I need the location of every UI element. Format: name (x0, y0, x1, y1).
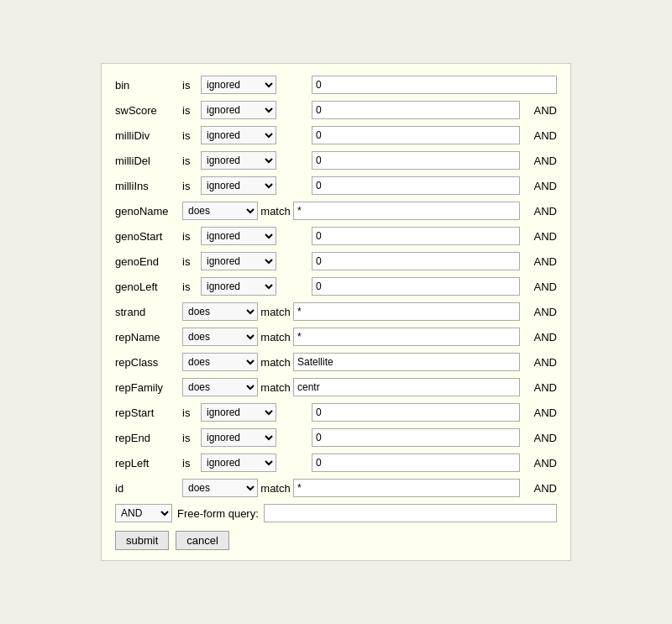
select-milliDel[interactable]: ignoredless thanless than or equalequal … (201, 151, 276, 170)
button-row: submit cancel (115, 531, 557, 550)
is-label-genoStart: is (182, 230, 201, 243)
input-genoStart[interactable] (312, 227, 520, 245)
and-label-repFamily: AND (527, 381, 557, 394)
freeform-logic-select[interactable]: AND OR (115, 504, 172, 522)
input-repEnd[interactable] (312, 428, 520, 447)
and-label-genoLeft: AND (527, 281, 557, 293)
cancel-button[interactable]: cancel (176, 531, 229, 550)
select-bin[interactable]: ignoredless thanless than or equalequal … (201, 76, 276, 94)
is-label-bin: is (182, 79, 201, 92)
and-label-repEnd: AND (527, 432, 557, 444)
input-genoLeft[interactable] (312, 277, 520, 296)
and-label-strand: AND (527, 306, 557, 318)
select-genoEnd[interactable]: ignoredless thanless than or equalequal … (201, 252, 276, 270)
row-strand: stranddoesdoes notmatchAND (115, 301, 557, 322)
field-label-repName: repName (115, 331, 182, 343)
row-genoEnd: genoEndisignoredless thanless than or eq… (115, 250, 557, 272)
field-label-repFamily: repFamily (115, 381, 182, 394)
select-strand[interactable]: doesdoes not (182, 302, 258, 321)
input-repStart[interactable] (312, 403, 520, 422)
select-genoName[interactable]: doesdoes not (182, 202, 258, 220)
and-label-repLeft: AND (527, 457, 557, 469)
freeform-row: AND OR Free-form query: (115, 504, 557, 522)
select-milliIns[interactable]: ignoredless thanless than or equalequal … (201, 176, 276, 195)
select-id[interactable]: doesdoes not (182, 479, 258, 497)
row-repEnd: repEndisignoredless thanless than or equ… (115, 427, 557, 448)
field-label-genoName: genoName (115, 205, 182, 218)
is-label-milliDiv: is (182, 129, 201, 142)
and-label-repName: AND (527, 331, 557, 343)
field-label-repEnd: repEnd (115, 432, 182, 444)
is-label-repEnd: is (182, 432, 201, 444)
and-label-id: AND (527, 482, 557, 495)
field-label-repClass: repClass (115, 356, 182, 369)
row-repClass: repClassdoesdoes notmatchAND (115, 351, 557, 373)
and-label-genoName: AND (527, 205, 557, 218)
input-milliDel[interactable] (312, 151, 520, 170)
and-label-milliDel: AND (527, 155, 557, 167)
field-label-strand: strand (115, 306, 182, 318)
is-label-milliDel: is (182, 155, 201, 167)
input-swScore[interactable] (312, 101, 520, 119)
input-genoName[interactable] (293, 202, 520, 220)
select-swScore[interactable]: ignoredless thanless than or equalequal … (201, 101, 276, 119)
row-genoStart: genoStartisignoredless thanless than or … (115, 225, 557, 247)
filter-form: binisignoredless thanless than or equale… (101, 63, 571, 561)
row-bin: binisignoredless thanless than or equale… (115, 74, 557, 96)
row-id: iddoesdoes notmatchAND (115, 477, 557, 499)
field-label-genoStart: genoStart (115, 230, 182, 243)
row-genoName: genoNamedoesdoes notmatchAND (115, 200, 557, 222)
match-label-id: match (258, 482, 293, 495)
select-repLeft[interactable]: ignoredless thanless than or equalequal … (201, 454, 276, 472)
row-swScore: swScoreisignoredless thanless than or eq… (115, 99, 557, 121)
row-repLeft: repLeftisignoredless thanless than or eq… (115, 452, 557, 474)
row-milliDel: milliDelisignoredless thanless than or e… (115, 149, 557, 171)
field-label-id: id (115, 482, 182, 495)
and-label-milliDiv: AND (527, 129, 557, 142)
select-repClass[interactable]: doesdoes not (182, 353, 258, 371)
field-label-bin: bin (115, 79, 182, 92)
select-genoLeft[interactable]: ignoredless thanless than or equalequal … (201, 277, 276, 296)
input-milliIns[interactable] (312, 176, 520, 195)
input-repFamily[interactable] (293, 378, 520, 396)
freeform-label: Free-form query: (177, 507, 259, 520)
select-repName[interactable]: doesdoes not (182, 328, 258, 346)
input-milliDiv[interactable] (312, 126, 520, 144)
is-label-genoEnd: is (182, 255, 201, 268)
field-label-milliIns: milliIns (115, 180, 182, 192)
row-repFamily: repFamilydoesdoes notmatchAND (115, 376, 557, 398)
select-milliDiv[interactable]: ignoredless thanless than or equalequal … (201, 126, 276, 144)
and-label-repStart: AND (527, 406, 557, 419)
row-milliDiv: milliDivisignoredless thanless than or e… (115, 124, 557, 146)
input-genoEnd[interactable] (312, 252, 520, 270)
is-label-swScore: is (182, 104, 201, 117)
freeform-input[interactable] (264, 504, 557, 522)
match-label-genoName: match (258, 205, 293, 218)
field-label-swScore: swScore (115, 104, 182, 117)
field-label-repStart: repStart (115, 406, 182, 419)
and-label-milliIns: AND (527, 180, 557, 192)
input-repName[interactable] (293, 328, 520, 346)
is-label-repStart: is (182, 406, 201, 419)
input-repLeft[interactable] (312, 454, 520, 472)
field-label-genoEnd: genoEnd (115, 255, 182, 268)
field-label-genoLeft: genoLeft (115, 281, 182, 293)
input-bin[interactable] (312, 76, 557, 94)
match-label-strand: match (258, 306, 293, 318)
is-label-repLeft: is (182, 457, 201, 469)
select-genoStart[interactable]: ignoredless thanless than or equalequal … (201, 227, 276, 245)
and-label-repClass: AND (527, 356, 557, 369)
select-repFamily[interactable]: doesdoes not (182, 378, 258, 396)
submit-button[interactable]: submit (115, 531, 169, 550)
match-label-repFamily: match (258, 381, 293, 394)
row-genoLeft: genoLeftisignoredless thanless than or e… (115, 275, 557, 297)
input-id[interactable] (293, 479, 520, 497)
and-label-genoEnd: AND (527, 255, 557, 268)
input-strand[interactable] (293, 302, 520, 321)
is-label-milliIns: is (182, 180, 201, 192)
select-repStart[interactable]: ignoredless thanless than or equalequal … (201, 403, 276, 422)
field-label-milliDiv: milliDiv (115, 129, 182, 142)
select-repEnd[interactable]: ignoredless thanless than or equalequal … (201, 428, 276, 447)
input-repClass[interactable] (293, 353, 520, 371)
and-label-swScore: AND (527, 104, 557, 117)
